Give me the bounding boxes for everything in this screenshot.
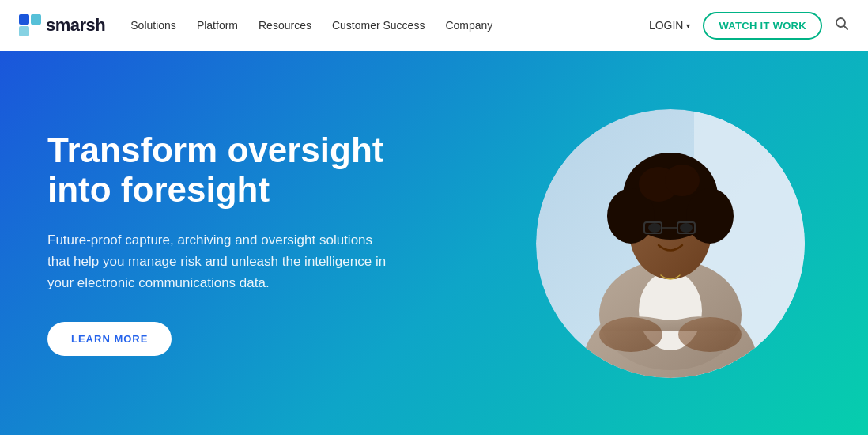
nav-company[interactable]: Company [445, 19, 492, 32]
watch-it-work-button[interactable]: WATCH IT WORK [703, 12, 822, 40]
svg-point-19 [680, 223, 693, 233]
nav-links: Solutions Platform Resources Customer Su… [130, 19, 649, 32]
svg-point-23 [599, 317, 662, 352]
svg-point-24 [678, 317, 742, 352]
hero-title: Transform oversight into foresight [47, 130, 411, 210]
hero-person-image [536, 109, 805, 378]
svg-line-4 [844, 25, 848, 29]
nav-customer-success[interactable]: Customer Success [332, 19, 425, 32]
hero-section: Transform oversight into foresight Futur… [0, 51, 868, 435]
svg-rect-2 [19, 26, 29, 36]
nav-solutions[interactable]: Solutions [130, 19, 176, 32]
search-icon[interactable] [835, 17, 849, 35]
chevron-down-icon: ▾ [686, 21, 690, 30]
nav-platform[interactable]: Platform [197, 19, 238, 32]
learn-more-button[interactable]: LEARN MORE [47, 322, 172, 356]
svg-point-17 [665, 165, 700, 196]
login-button[interactable]: LOGIN ▾ [649, 19, 691, 32]
logo-text: smarsh [46, 15, 105, 36]
nav-right: LOGIN ▾ WATCH IT WORK [649, 12, 849, 40]
svg-rect-0 [19, 14, 29, 25]
hero-image-area [536, 109, 805, 378]
hero-description: Future-proof capture, archiving and over… [47, 229, 387, 294]
svg-point-18 [648, 223, 661, 233]
navbar: smarsh Solutions Platform Resources Cust… [0, 0, 868, 51]
logo-icon [19, 14, 41, 36]
hero-content: Transform oversight into foresight Futur… [0, 130, 411, 357]
logo[interactable]: smarsh [19, 14, 105, 36]
svg-rect-1 [31, 14, 41, 25]
svg-point-15 [686, 188, 734, 244]
hero-circle [536, 109, 805, 378]
nav-resources[interactable]: Resources [259, 19, 311, 32]
login-label: LOGIN [649, 19, 684, 32]
